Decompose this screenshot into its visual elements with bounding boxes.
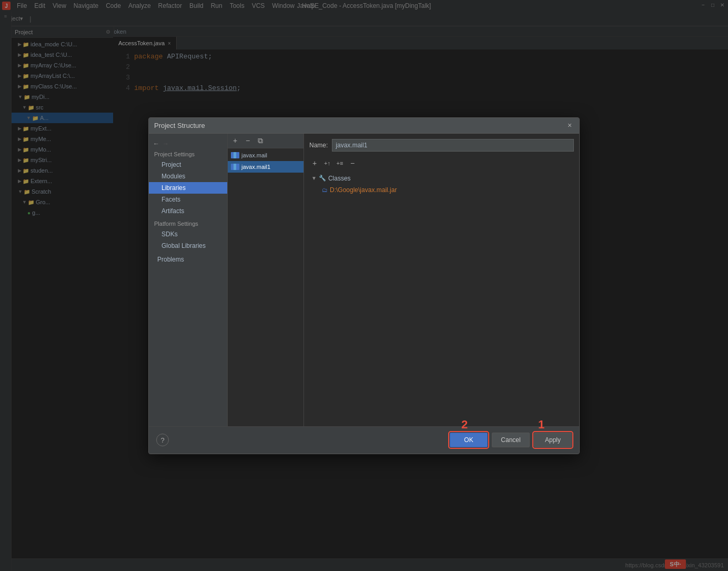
nav-section-platform-settings-label: Platform Settings	[149, 219, 227, 228]
lib-item-javax-mail1-label: javax.mail1	[241, 164, 270, 170]
apply-button[interactable]: Apply	[534, 433, 572, 447]
nav-item-sdks[interactable]: SDKs	[149, 228, 227, 240]
nav-section-project-settings-label: Project Settings	[149, 149, 227, 159]
nav-section-project-settings: Project Settings Project Modules Librari…	[149, 149, 227, 217]
jar-icon: 🗂	[322, 187, 328, 193]
lib-item-icon	[231, 152, 239, 158]
dialog-nav-back[interactable]: ←	[153, 140, 159, 147]
tree-node-jar-row: 🗂 D:\Google\javax.mail.jar	[309, 184, 574, 196]
name-label: Name:	[309, 142, 328, 149]
dialog-body: ← → Project Settings Project Modules Lib…	[149, 134, 579, 426]
lib-item-javax-mail[interactable]: javax.mail	[228, 149, 304, 161]
footer-buttons: 2 1 OK Cancel Apply	[450, 433, 572, 447]
name-row: Name:	[309, 139, 574, 152]
dialog-title: Project Structure	[154, 122, 565, 129]
library-list: javax.mail javax.mail1	[228, 148, 304, 426]
dialog-nav-nav-buttons: ← →	[149, 138, 227, 149]
dialog-footer: ? 2 1 OK Cancel Apply	[149, 426, 579, 454]
name-input[interactable]	[332, 139, 574, 152]
detail-add-class-button[interactable]: +≡	[335, 158, 345, 168]
tree-node-root: ▼ 🔧 Classes 🗂 D:\Google\javax.mail.jar	[309, 173, 574, 196]
jar-path: D:\Google\javax.mail.jar	[330, 186, 397, 194]
nav-item-project[interactable]: Project	[149, 159, 227, 171]
ok-badge-number: 2	[461, 418, 468, 432]
nav-section-platform-settings: Platform Settings SDKs Global Libraries	[149, 219, 227, 252]
nav-item-modules[interactable]: Modules	[149, 171, 227, 182]
detail-add-button[interactable]: +	[309, 158, 320, 168]
dialog-close-button[interactable]: ×	[565, 121, 574, 129]
dialog-overlay: Project Structure × ← → Project Settings…	[0, 0, 728, 571]
cancel-button[interactable]: Cancel	[492, 433, 530, 447]
nav-section-problems: Problems	[149, 254, 227, 265]
lib-item-icon-selected	[231, 164, 239, 170]
classes-icon: 🔧	[319, 175, 326, 182]
lib-remove-button[interactable]: −	[242, 135, 253, 146]
nav-item-libraries[interactable]: Libraries	[149, 182, 227, 194]
lib-add-button[interactable]: +	[230, 135, 240, 146]
dialog-nav-forward[interactable]: →	[163, 140, 169, 147]
lib-item-javax-mail1[interactable]: javax.mail1	[228, 161, 304, 173]
lib-item-javax-mail-label: javax.mail	[241, 152, 267, 158]
detail-remove-button[interactable]: −	[347, 158, 358, 168]
dialog-nav: ← → Project Settings Project Modules Lib…	[149, 134, 228, 426]
detail-add-url-button[interactable]: +↑	[322, 158, 332, 168]
detail-toolbar: + +↑ +≡ −	[309, 158, 574, 168]
nav-item-problems[interactable]: Problems	[149, 254, 227, 265]
help-button[interactable]: ?	[156, 434, 169, 446]
project-structure-dialog: Project Structure × ← → Project Settings…	[148, 117, 580, 454]
classes-label: Classes	[328, 175, 351, 182]
library-list-toolbar: + − ⧉	[228, 134, 304, 148]
nav-item-facets[interactable]: Facets	[149, 194, 227, 205]
detail-content: ▼ 🔧 Classes 🗂 D:\Google\javax.mail.jar	[309, 173, 574, 421]
ok-button[interactable]: OK	[450, 433, 488, 447]
tree-node-classes-row: ▼ 🔧 Classes	[309, 173, 574, 184]
detail-panel: Name: + +↑ +≡ − ▼ 🔧 Classes	[304, 134, 579, 426]
library-list-panel: + − ⧉ javax.mail javax.mail1	[228, 134, 304, 426]
apply-badge-number: 1	[538, 418, 544, 432]
nav-item-artifacts[interactable]: Artifacts	[149, 205, 227, 217]
nav-item-global-libraries[interactable]: Global Libraries	[149, 240, 227, 252]
dialog-title-bar: Project Structure ×	[149, 118, 579, 134]
lib-copy-button[interactable]: ⧉	[255, 135, 266, 146]
